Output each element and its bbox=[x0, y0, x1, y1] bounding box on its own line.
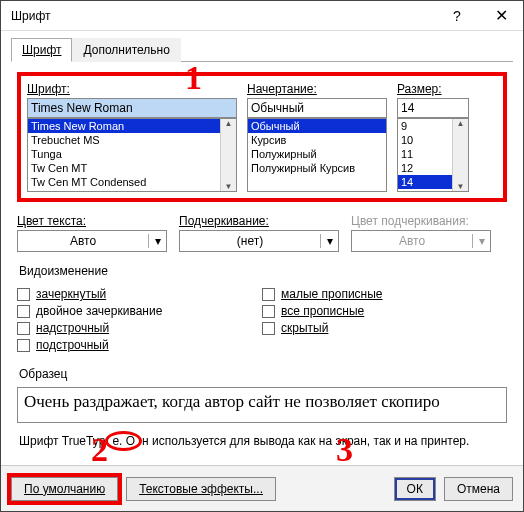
annotation-3: 3 bbox=[336, 431, 353, 469]
dialog-footer: По умолчанию Текстовые эффекты... ОК Отм… bbox=[1, 465, 523, 511]
chevron-down-icon: ▾ bbox=[320, 234, 338, 248]
underline-label: Подчеркивание: bbox=[179, 214, 339, 228]
style-input[interactable] bbox=[247, 98, 387, 118]
list-item[interactable]: Курсив bbox=[248, 133, 386, 147]
list-item[interactable]: Полужирный Курсив bbox=[248, 161, 386, 175]
font-color-combo[interactable]: Авто▾ bbox=[17, 230, 167, 252]
text-effects-button[interactable]: Текстовые эффекты... bbox=[126, 477, 276, 501]
help-button[interactable]: ? bbox=[435, 1, 479, 31]
chevron-down-icon: ▾ bbox=[148, 234, 166, 248]
tab-advanced[interactable]: Дополнительно bbox=[72, 38, 180, 62]
underline-color-combo: Авто▾ bbox=[351, 230, 491, 252]
sample-preview: Очень раздражает, когда автор сайт не по… bbox=[17, 387, 507, 423]
list-item[interactable]: Trebuchet MS bbox=[28, 133, 236, 147]
size-label: Размер: bbox=[397, 82, 469, 96]
cb-strike[interactable]: зачеркнутый bbox=[17, 287, 262, 301]
underline-color-label: Цвет подчеркивания: bbox=[351, 214, 491, 228]
ok-button[interactable]: ОК bbox=[394, 477, 436, 501]
annotation-box-1: Шрифт: Times New Roman Trebuchet MS Tung… bbox=[17, 72, 507, 202]
list-item[interactable]: Tw Cen MT Condensed bbox=[28, 175, 236, 189]
font-dialog: Шрифт ? ✕ Шрифт Дополнительно 1 Шрифт: T… bbox=[0, 0, 524, 512]
effects-group: зачеркнутый двойное зачеркивание надстро… bbox=[17, 284, 507, 355]
font-label: Шрифт: bbox=[27, 82, 237, 96]
cancel-button[interactable]: Отмена bbox=[444, 477, 513, 501]
effects-title: Видоизменение bbox=[19, 264, 507, 278]
scrollbar[interactable]: ▲▼ bbox=[452, 119, 468, 191]
tab-panel: Шрифт: Times New Roman Trebuchet MS Tung… bbox=[11, 61, 513, 465]
list-item[interactable]: Tw Cen MT bbox=[28, 161, 236, 175]
font-input[interactable] bbox=[27, 98, 237, 118]
cb-dblstrike[interactable]: двойное зачеркивание bbox=[17, 304, 262, 318]
cb-allcaps[interactable]: все прописные bbox=[262, 304, 507, 318]
font-list[interactable]: Times New Roman Trebuchet MS Tunga Tw Ce… bbox=[27, 118, 237, 192]
scrollbar[interactable]: ▲▼ bbox=[220, 119, 236, 191]
close-button[interactable]: ✕ bbox=[479, 1, 523, 31]
list-item[interactable]: Обычный bbox=[248, 119, 386, 133]
chevron-down-icon: ▾ bbox=[472, 234, 490, 248]
style-list[interactable]: Обычный Курсив Полужирный Полужирный Кур… bbox=[247, 118, 387, 192]
cb-subscript[interactable]: подстрочный bbox=[17, 338, 262, 352]
style-label: Начертание: bbox=[247, 82, 387, 96]
underline-combo[interactable]: (нет)▾ bbox=[179, 230, 339, 252]
size-list[interactable]: 9 10 11 12 14 ▲▼ bbox=[397, 118, 469, 192]
tab-strip: Шрифт Дополнительно 1 bbox=[1, 31, 523, 61]
size-input[interactable] bbox=[397, 98, 469, 118]
cb-hidden[interactable]: скрытый bbox=[262, 321, 507, 335]
annotation-1: 1 bbox=[185, 59, 202, 97]
annotation-ellipse: e. О bbox=[105, 431, 142, 451]
sample-title: Образец bbox=[19, 367, 507, 381]
list-item[interactable]: Times New Roman bbox=[28, 119, 236, 133]
list-item[interactable]: Полужирный bbox=[248, 147, 386, 161]
cb-smallcaps[interactable]: малые прописные bbox=[262, 287, 507, 301]
font-color-label: Цвет текста: bbox=[17, 214, 167, 228]
annotation-2: 2 bbox=[91, 431, 108, 469]
default-button[interactable]: По умолчанию bbox=[11, 477, 118, 501]
titlebar: Шрифт ? ✕ bbox=[1, 1, 523, 31]
list-item[interactable]: Tunga bbox=[28, 147, 236, 161]
window-title: Шрифт bbox=[1, 9, 435, 23]
cb-superscript[interactable]: надстрочный bbox=[17, 321, 262, 335]
tab-font[interactable]: Шрифт bbox=[11, 38, 72, 62]
